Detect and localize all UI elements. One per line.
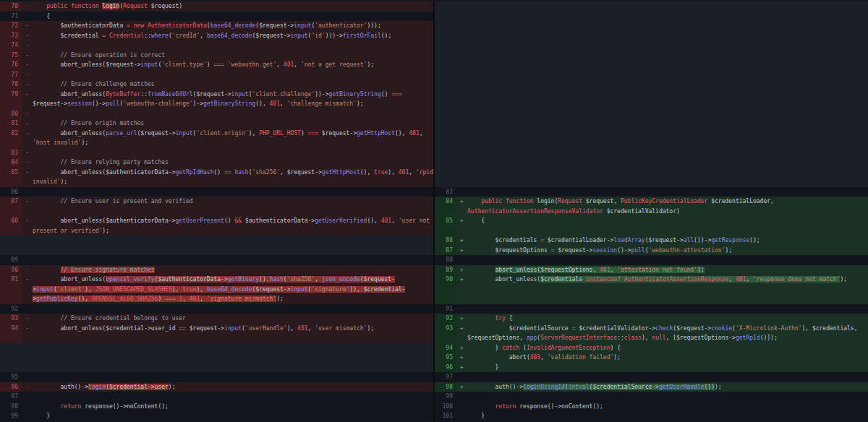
code-line: return response()->noContent(); bbox=[33, 402, 433, 412]
code-cell-left: 98 return response()->noContent(); bbox=[0, 402, 433, 412]
line-number[interactable]: 70 bbox=[0, 1, 22, 12]
line-number[interactable]: 91 bbox=[0, 275, 22, 304]
no-sign bbox=[456, 304, 467, 314]
code-cell-right: 99 bbox=[435, 392, 868, 402]
line-number[interactable]: 88 bbox=[0, 216, 22, 236]
empty-cell bbox=[435, 168, 868, 187]
code-cell-left: 86 bbox=[0, 187, 433, 197]
line-number[interactable]: 98 bbox=[0, 402, 22, 412]
diff-row: 8988 bbox=[0, 255, 868, 265]
diff-row: 70- public function login(Request $reque… bbox=[0, 1, 868, 12]
code-line bbox=[33, 40, 433, 51]
line-number[interactable]: 87 bbox=[435, 246, 456, 256]
line-number[interactable]: 86 bbox=[0, 187, 22, 197]
line-number[interactable]: 81 bbox=[0, 119, 22, 129]
line-number[interactable]: 74 bbox=[0, 40, 22, 51]
code-line: // Ensure user is present and verified bbox=[33, 197, 433, 216]
line-number[interactable]: 99 bbox=[435, 392, 456, 402]
line-number[interactable]: 86 bbox=[435, 236, 456, 246]
code-line bbox=[33, 148, 433, 158]
diff-row: 73- $credential = Credential::where('cre… bbox=[0, 31, 868, 41]
line-number[interactable]: 84 bbox=[435, 197, 456, 216]
code-cell-left: 74- bbox=[0, 40, 433, 51]
line-number[interactable]: 82 bbox=[0, 129, 22, 148]
minus-sign: - bbox=[22, 148, 33, 158]
diff-row: 78- // Ensure challenge matches bbox=[0, 79, 868, 90]
diff-row: 84- // Ensure relying party matches bbox=[0, 158, 868, 168]
line-number[interactable]: 93 bbox=[435, 324, 456, 343]
line-number[interactable]: 87 bbox=[0, 197, 22, 216]
line-number[interactable]: 73 bbox=[0, 31, 22, 41]
code-cell-right: 98+ auth()->loginUsingId(intval($credent… bbox=[435, 382, 868, 392]
line-number[interactable]: 71 bbox=[0, 12, 22, 22]
minus-sign: - bbox=[22, 40, 33, 51]
line-number[interactable]: 95 bbox=[435, 353, 456, 363]
line-number[interactable]: 95 bbox=[0, 372, 22, 382]
empty-cell bbox=[0, 353, 433, 363]
code-line: abort_unless($authenticatorData->getUser… bbox=[33, 216, 433, 236]
code-cell-left: 82- abort_unless(parse_url($request->inp… bbox=[0, 129, 433, 148]
line-number[interactable]: 83 bbox=[435, 187, 456, 197]
line-number[interactable]: 100 bbox=[435, 402, 456, 412]
line-number[interactable]: 101 bbox=[435, 411, 456, 421]
line-number[interactable]: 99 bbox=[0, 411, 22, 421]
line-number[interactable]: 72 bbox=[0, 21, 22, 31]
diff-row: 96- auth()->login($credential->user);98+… bbox=[0, 382, 868, 392]
line-number[interactable]: 75 bbox=[0, 51, 22, 61]
code-line bbox=[33, 187, 433, 197]
line-number[interactable]: 97 bbox=[435, 372, 456, 382]
split-diff: 70- public function login(Request $reque… bbox=[0, 0, 868, 422]
line-number[interactable]: 90 bbox=[435, 275, 456, 304]
code-line bbox=[467, 187, 868, 197]
line-number[interactable]: 96 bbox=[0, 382, 22, 392]
line-number[interactable]: 84 bbox=[0, 158, 22, 168]
code-line: $credentialSource = $credentialValidator… bbox=[467, 324, 868, 343]
line-number[interactable]: 76 bbox=[0, 60, 22, 70]
code-line: { bbox=[467, 216, 868, 236]
code-line: auth()->loginUsingId(intval($credentialS… bbox=[467, 382, 868, 392]
line-number[interactable]: 85 bbox=[435, 216, 456, 236]
line-number[interactable]: 85 bbox=[0, 168, 22, 187]
code-line: } bbox=[33, 411, 433, 421]
diff-row: 94- abort_unless($credential->user_id ==… bbox=[0, 324, 868, 343]
no-sign bbox=[22, 255, 33, 265]
empty-cell bbox=[435, 70, 868, 80]
minus-sign: - bbox=[22, 70, 33, 80]
line-number[interactable]: 94 bbox=[0, 324, 22, 343]
line-number[interactable]: 79 bbox=[0, 90, 22, 109]
code-line: // Ensure relying party matches bbox=[33, 158, 433, 168]
diff-row: 99 }101 } bbox=[0, 411, 868, 421]
line-number[interactable]: 78 bbox=[0, 79, 22, 90]
line-number[interactable]: 90 bbox=[0, 265, 22, 275]
no-sign bbox=[22, 402, 33, 412]
plus-sign: + bbox=[456, 216, 467, 236]
line-number[interactable]: 98 bbox=[435, 382, 456, 392]
code-line: $authenticatorData = new AuthenticatorDa… bbox=[33, 21, 433, 31]
line-number[interactable]: 92 bbox=[0, 304, 22, 314]
line-number[interactable]: 93 bbox=[0, 314, 22, 324]
line-number[interactable]: 92 bbox=[435, 314, 456, 324]
line-number[interactable]: 77 bbox=[0, 70, 22, 80]
code-cell-left: 92 bbox=[0, 304, 433, 314]
code-cell-right: 94+ } catch (InvalidArgumentException) { bbox=[435, 343, 868, 353]
diff-row: 82- abort_unless(parse_url($request->inp… bbox=[0, 129, 868, 148]
diff-row: 88- abort_unless($authenticatorData->get… bbox=[0, 216, 868, 236]
line-number[interactable]: 97 bbox=[0, 392, 22, 402]
code-cell-right: 87+ $requestOptions = $request->session(… bbox=[435, 246, 868, 256]
line-number[interactable]: 96 bbox=[435, 363, 456, 373]
minus-sign: - bbox=[22, 158, 33, 168]
code-cell-left: 83- bbox=[0, 148, 433, 158]
line-number[interactable]: 88 bbox=[435, 255, 456, 265]
line-number[interactable]: 94 bbox=[435, 343, 456, 353]
plus-sign: + bbox=[456, 197, 467, 216]
line-number[interactable]: 89 bbox=[0, 255, 22, 265]
no-sign bbox=[456, 402, 467, 412]
line-number[interactable]: 89 bbox=[435, 265, 456, 275]
no-sign bbox=[456, 392, 467, 402]
line-number[interactable]: 83 bbox=[0, 148, 22, 158]
line-number[interactable]: 80 bbox=[0, 109, 22, 119]
code-line: $credential = Credential::where('credId'… bbox=[33, 31, 433, 41]
line-number[interactable]: 91 bbox=[435, 304, 456, 314]
diff-row: 95+ abort(403, 'validation failed'); bbox=[0, 353, 868, 363]
diff-row: 98 return response()->noContent();100 re… bbox=[0, 402, 868, 412]
